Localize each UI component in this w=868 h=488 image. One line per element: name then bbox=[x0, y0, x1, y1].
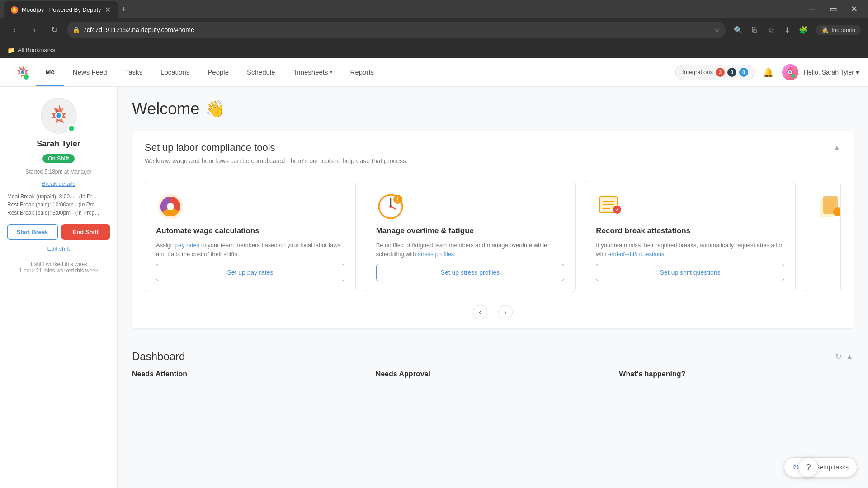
svg-point-13 bbox=[167, 203, 174, 210]
break-details-link[interactable]: Break details bbox=[42, 180, 75, 187]
welcome-heading: Welcome 👋 bbox=[132, 99, 854, 118]
nav-item-schedule[interactable]: Schedule bbox=[238, 58, 284, 86]
setup-shift-questions-button[interactable]: Set up shift questions bbox=[596, 264, 784, 281]
svg-text:!: ! bbox=[396, 196, 399, 203]
extensions-icon[interactable]: 🧩 bbox=[796, 23, 811, 37]
integrations-button[interactable]: Integrations 3 0 0 bbox=[675, 65, 755, 80]
help-button[interactable]: ? bbox=[798, 457, 818, 477]
dashboard-grid: Needs Attention Needs Approval What's ha… bbox=[132, 370, 854, 378]
deputy-logo bbox=[13, 62, 33, 82]
address-bar[interactable] bbox=[67, 22, 726, 38]
end-shift-button[interactable]: End Shift bbox=[61, 224, 110, 240]
media-router-icon[interactable]: ⎘ bbox=[747, 23, 762, 37]
close-window-button[interactable]: ✕ bbox=[844, 0, 864, 18]
tool-title-overtime: Manage overtime & fatigue bbox=[376, 226, 565, 235]
setup-tasks-label: Setup tasks bbox=[816, 464, 849, 471]
carousel-controls: ‹ › bbox=[132, 305, 854, 328]
nav-item-timesheets[interactable]: Timesheets ▾ bbox=[284, 58, 341, 86]
break-attestation-icon: ✓ bbox=[596, 192, 625, 221]
shifts-worked-stat: 1 shift worked this week bbox=[19, 261, 98, 267]
edit-shift-link[interactable]: Edit shift bbox=[47, 245, 70, 252]
svg-point-2 bbox=[21, 70, 24, 74]
integration-badge-dark: 0 bbox=[727, 68, 736, 77]
carousel-next-button[interactable]: › bbox=[498, 305, 513, 319]
break-item-2: Rest Break (paid): 10:00am - (In Pro... bbox=[7, 201, 110, 209]
address-star-icon[interactable]: ☆ bbox=[714, 26, 720, 33]
tab-favicon: 🌟 bbox=[11, 6, 18, 14]
user-online-indicator bbox=[68, 125, 75, 132]
tab-close-icon[interactable]: ✕ bbox=[105, 5, 111, 14]
svg-point-7 bbox=[791, 74, 795, 78]
section-subtitle: We know wage and hour laws can be compli… bbox=[132, 157, 854, 174]
new-tab-button[interactable]: + bbox=[118, 1, 130, 18]
search-icon[interactable]: 🔍 bbox=[731, 23, 745, 37]
section-title: Set up labor compliance tools bbox=[145, 142, 275, 154]
greeting-dropdown-arrow: ▾ bbox=[856, 69, 859, 76]
address-lock-icon: 🔒 bbox=[72, 26, 80, 33]
dashboard-collapse-button[interactable]: ▲ bbox=[845, 352, 854, 361]
top-navigation: Me News Feed Tasks Locations People Sche… bbox=[0, 58, 868, 87]
logo-area[interactable] bbox=[9, 62, 36, 82]
incognito-badge: 🕵 Incognito bbox=[816, 25, 861, 35]
needs-attention-title: Needs Attention bbox=[132, 370, 367, 378]
reload-button[interactable]: ↻ bbox=[47, 23, 61, 37]
user-greeting[interactable]: Hello, Sarah Tyler ▾ bbox=[804, 69, 859, 76]
stress-profiles-link[interactable]: stress profiles bbox=[418, 251, 454, 258]
svg-point-10 bbox=[56, 113, 61, 118]
tools-grid: Automate wage calculations Assign pay ra… bbox=[132, 174, 854, 305]
on-shift-badge: On Shift bbox=[42, 154, 75, 163]
maximize-button[interactable]: ▭ bbox=[823, 0, 844, 18]
tool-card-overtime: ! Manage overtime & fatigue Be notified … bbox=[365, 181, 576, 292]
tool-card-wage: Automate wage calculations Assign pay ra… bbox=[145, 181, 356, 292]
notification-bell-button[interactable]: 🔔 bbox=[760, 64, 777, 80]
break-item-3: Rest Break (paid): 3:00pm - (In Prog... bbox=[7, 209, 110, 217]
user-avatar-nav[interactable] bbox=[782, 64, 798, 80]
minimize-button[interactable]: ─ bbox=[802, 0, 823, 18]
tool-card-partial bbox=[805, 181, 841, 292]
setup-stress-profiles-button[interactable]: Set up stress profiles bbox=[376, 264, 565, 281]
integration-badge-blue: 0 bbox=[739, 68, 748, 77]
integration-badge-red: 3 bbox=[716, 68, 725, 77]
wage-calc-icon bbox=[156, 192, 185, 221]
tool-desc-overtime: Be notified of fatigued team members and… bbox=[376, 241, 565, 258]
needs-attention-column: Needs Attention bbox=[132, 370, 367, 378]
nav-item-reports[interactable]: Reports bbox=[341, 58, 383, 86]
nav-item-news-feed[interactable]: News Feed bbox=[64, 58, 116, 86]
left-sidebar: Sarah Tyler On Shift Started 5:18pm at M… bbox=[0, 87, 118, 488]
shift-started-info: Started 5:18pm at Manager bbox=[25, 169, 91, 175]
download-icon[interactable]: ⬇ bbox=[780, 23, 794, 37]
tool-title-wage: Automate wage calculations bbox=[156, 226, 344, 235]
forward-button[interactable]: › bbox=[27, 23, 42, 37]
tool-desc-wage: Assign pay rates to your team members ba… bbox=[156, 241, 344, 258]
star-bookmark-icon[interactable]: ☆ bbox=[764, 23, 778, 37]
overtime-icon: ! bbox=[376, 192, 405, 221]
tool-title-breaks: Record break attestations bbox=[596, 226, 784, 235]
dashboard-refresh-button[interactable]: ↻ bbox=[835, 352, 842, 361]
dashboard-section: Dashboard ↻ ▲ Needs Attention Needs Appr… bbox=[132, 341, 854, 378]
bookmarks-folder-icon: 📁 bbox=[7, 47, 15, 54]
pay-rates-link[interactable]: pay rates bbox=[175, 242, 199, 249]
break-details-list: Meal Break (unpaid): 8:00... - (In Pr...… bbox=[7, 192, 110, 217]
tool-desc-breaks: If your team miss their required breaks,… bbox=[596, 241, 784, 258]
back-button[interactable]: ‹ bbox=[7, 23, 22, 37]
section-collapse-button[interactable]: ▲ bbox=[833, 143, 841, 153]
svg-point-6 bbox=[789, 71, 792, 73]
user-avatar-large bbox=[41, 98, 77, 134]
nav-item-people[interactable]: People bbox=[198, 58, 238, 86]
nav-item-me[interactable]: Me bbox=[36, 58, 64, 86]
timesheets-dropdown-arrow: ▾ bbox=[330, 70, 332, 75]
all-bookmarks-link[interactable]: All Bookmarks bbox=[18, 47, 55, 53]
nav-item-tasks[interactable]: Tasks bbox=[116, 58, 151, 86]
tool-card-breaks: ✓ Record break attestations If your team… bbox=[585, 181, 796, 292]
start-break-button[interactable]: Start Break bbox=[7, 224, 58, 240]
needs-approval-title: Needs Approval bbox=[376, 370, 610, 378]
browser-tab[interactable]: 🌟 Moodjoy - Powered By Deputy ✕ bbox=[4, 1, 118, 18]
partial-tool-icon bbox=[816, 192, 841, 221]
incognito-icon: 🕵 bbox=[821, 27, 829, 33]
setup-tasks-button[interactable]: ↻ 4/7 Setup tasks bbox=[784, 457, 857, 477]
end-of-shift-questions-link[interactable]: end-of-shift questions bbox=[608, 251, 664, 258]
labor-compliance-section: Set up labor compliance tools ▲ We know … bbox=[132, 131, 854, 328]
setup-pay-rates-button[interactable]: Set up pay rates bbox=[156, 264, 344, 281]
carousel-prev-button[interactable]: ‹ bbox=[473, 305, 487, 319]
nav-item-locations[interactable]: Locations bbox=[151, 58, 198, 86]
